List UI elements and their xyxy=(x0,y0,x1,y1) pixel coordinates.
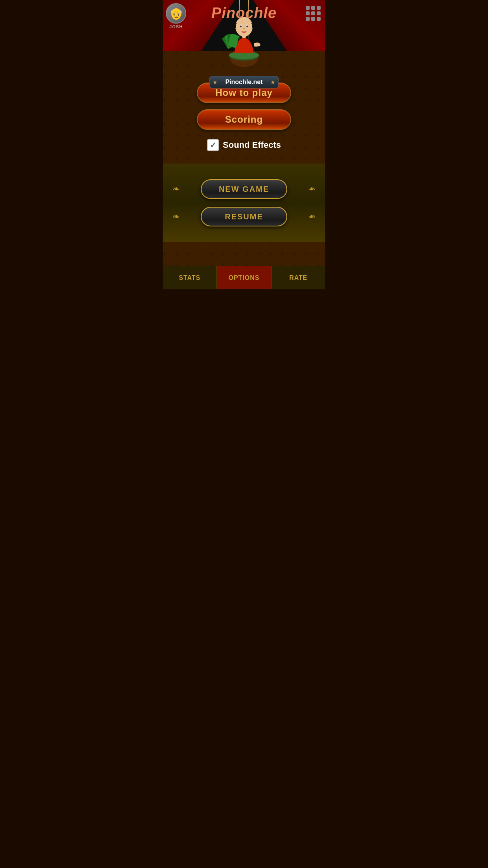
tab-rate[interactable]: RATE xyxy=(272,266,325,289)
svg-point-12 xyxy=(246,26,248,28)
grid-dot xyxy=(306,6,310,10)
floral-right-icon: ❧ xyxy=(308,184,316,194)
grid-dot xyxy=(311,17,315,21)
grid-dot xyxy=(311,6,315,10)
star-right-icon: ★ xyxy=(270,79,275,85)
resume-wrap: ❧ RESUME ❧ xyxy=(163,207,325,226)
grid-menu-icon[interactable] xyxy=(306,6,321,21)
avatar: 👴 xyxy=(166,3,186,24)
sound-effects-checkbox[interactable]: ✓ xyxy=(207,139,219,151)
floral-left-icon-2: ❧ xyxy=(172,211,180,222)
user-profile[interactable]: 👴 JOSH xyxy=(166,3,186,29)
checkbox-check-icon: ✓ xyxy=(210,140,216,150)
tab-bar: STATS OPTIONS RATE xyxy=(163,266,325,289)
tab-options[interactable]: OPTIONS xyxy=(217,266,271,289)
tab-rate-label: RATE xyxy=(289,274,307,281)
star-left-icon: ★ xyxy=(213,79,218,85)
resume-button[interactable]: RESUME xyxy=(201,207,287,226)
grid-dot xyxy=(317,6,321,10)
floral-left-icon: ❧ xyxy=(172,184,180,194)
tab-stats[interactable]: STATS xyxy=(163,266,216,289)
grid-dot xyxy=(317,17,321,21)
new-game-button[interactable]: NEW GAME xyxy=(201,179,287,199)
user-name: JOSH xyxy=(169,24,183,29)
grid-dot xyxy=(306,11,310,15)
app-title: Pinochle xyxy=(211,5,277,22)
tab-options-label: OPTIONS xyxy=(228,274,259,281)
floral-right-icon-2: ❧ xyxy=(308,211,316,222)
grid-dot xyxy=(317,11,321,15)
grid-dot xyxy=(311,11,315,15)
svg-point-11 xyxy=(240,26,242,28)
new-game-wrap: ❧ NEW GAME ❧ xyxy=(163,179,325,199)
grid-dot xyxy=(306,17,310,21)
action-buttons-section: ❧ NEW GAME ❧ ❧ RESUME ❧ xyxy=(163,164,325,242)
scoring-button[interactable]: Scoring xyxy=(197,109,291,130)
tab-stats-label: STATS xyxy=(179,274,200,281)
website-badge: ★ Pinochle.net ★ xyxy=(209,76,279,88)
website-url: Pinochle.net xyxy=(225,79,262,85)
header: 👴 JOSH Pinochle xyxy=(163,0,325,51)
sound-effects-label: Sound Effects xyxy=(223,140,281,150)
sound-effects-row: ✓ Sound Effects xyxy=(207,139,281,151)
